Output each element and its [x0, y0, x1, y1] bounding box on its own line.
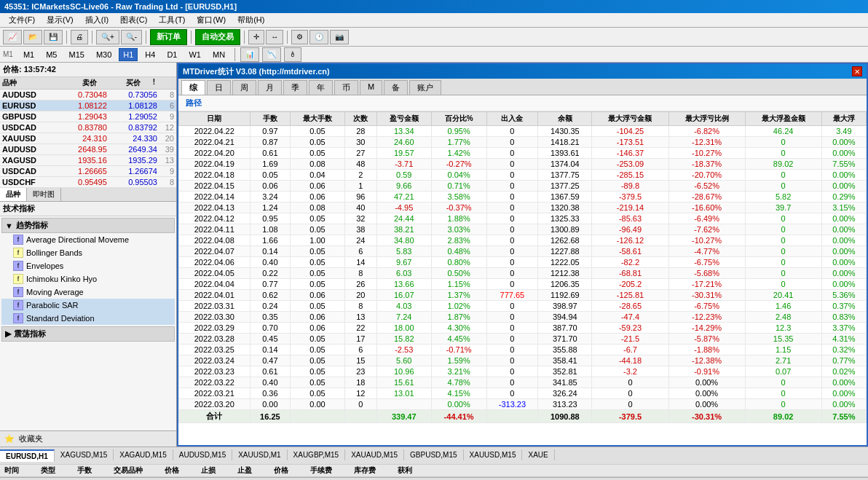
col-sl: 止损 — [201, 465, 216, 476]
open-btn[interactable]: 📂 — [23, 30, 42, 44]
watch-row[interactable]: AUDUSD 0.73048 0.73056 8 — [0, 90, 176, 101]
move-btn[interactable]: ↔ — [266, 30, 283, 44]
cell-pnl: 13.34 — [376, 126, 431, 137]
cell-balance: 1262.68 — [538, 235, 592, 246]
cell-maxlots — [291, 410, 345, 423]
popup-tab-week[interactable]: 周 — [232, 80, 256, 95]
zoom-in-btn[interactable]: 🔍+ — [96, 30, 119, 44]
popup-tab-backup[interactable]: 备 — [384, 80, 408, 95]
line-chart-btn[interactable]: 📊 — [240, 47, 259, 62]
cell-balance: 1418.21 — [538, 137, 592, 148]
auto-trade-btn[interactable]: 自动交易 — [195, 29, 240, 45]
tf-m30[interactable]: M30 — [92, 48, 116, 61]
cell-drawdown-pct: -12.31% — [668, 137, 745, 148]
popup-close-btn[interactable]: ✕ — [852, 66, 862, 76]
cell-lots: 0.14 — [250, 345, 291, 355]
data-table-wrapper[interactable]: 日期手数最大手数次数盈亏金额百分比%出入金余额最大浮亏金额最大浮亏比例最大浮盈金… — [178, 111, 867, 445]
cell-date: 2022.03.25 — [179, 345, 250, 355]
crosshair-btn[interactable]: ✛ — [248, 30, 264, 44]
settings-btn[interactable]: ⚙ — [291, 30, 308, 44]
watch-row[interactable]: USDCAD 0.83780 0.83792 12 — [0, 122, 176, 133]
watch-row[interactable]: GBPUSD 1.29043 1.29052 9 — [0, 111, 176, 122]
menu-file[interactable]: 文件(F) — [3, 13, 41, 27]
menu-tools[interactable]: 工具(T) — [153, 13, 191, 27]
ind-icon: f — [13, 261, 23, 271]
save-btn[interactable]: 💾 — [44, 30, 63, 44]
tf-m15[interactable]: M15 — [64, 48, 88, 61]
popup-tab-currency[interactable]: 币 — [334, 80, 358, 95]
nav-path[interactable]: 路径 — [183, 97, 205, 109]
cell-inout: 0 — [486, 301, 538, 312]
oscillator-expand-icon: ▶ — [5, 329, 11, 339]
tab-symbol[interactable]: 品种 — [0, 188, 27, 201]
chart-tab[interactable]: XAUAUD,M15 — [345, 449, 404, 460]
chart-tab[interactable]: XAGAUD,M15 — [114, 449, 173, 460]
indicator-item[interactable]: fEnvelopes — [1, 259, 175, 272]
indicator-item[interactable]: fParabolic SAR — [1, 299, 175, 312]
watch-row[interactable]: EURUSD 1.08122 1.08128 6 — [0, 101, 176, 111]
favorites-bar[interactable]: ⭐ 收藏夹 — [0, 430, 176, 446]
cell-pnl: 5.60 — [376, 355, 431, 366]
indicator-item[interactable]: fBollinger Bands — [1, 246, 175, 259]
bar-chart-btn[interactable]: 📉 — [262, 47, 281, 62]
menu-help[interactable]: 帮助(H) — [232, 13, 270, 27]
chart-tab[interactable]: XAUE — [522, 449, 554, 460]
cell-count: 13 — [344, 312, 376, 323]
chart-tab[interactable]: XAUGBP,M15 — [288, 449, 346, 460]
popup-tab-overall[interactable]: 综 — [181, 80, 205, 95]
chart-tab[interactable]: GBPUSD,M15 — [404, 449, 463, 460]
menu-window[interactable]: 窗口(W) — [191, 13, 232, 27]
zoom-out-btn[interactable]: 🔍- — [121, 30, 142, 44]
chart-tab[interactable]: XAUUSD,M1 — [232, 449, 287, 460]
tf-w1[interactable]: W1 — [184, 48, 205, 61]
cell-date: 合计 — [179, 410, 250, 423]
watch-row[interactable]: XAGUSD 1935.16 1935.29 13 — [0, 155, 176, 166]
watch-spread: 20 — [159, 133, 176, 144]
print-btn[interactable]: 🖨 — [71, 30, 88, 44]
popup-tab-m[interactable]: M — [360, 80, 382, 95]
indicator-item[interactable]: fStandard Deviation — [1, 312, 175, 325]
chart-tab[interactable]: EURUSD,H1 — [0, 449, 55, 462]
tf-mn[interactable]: MN — [208, 48, 229, 61]
oscillator-header[interactable]: ▶ 震荡指标 — [1, 326, 175, 342]
new-chart-btn[interactable]: 📈 — [3, 30, 22, 44]
watch-row[interactable]: USDCAD 1.26665 1.26674 9 — [0, 166, 176, 177]
col-header: 次数 — [344, 112, 376, 126]
chart-tab[interactable]: XAUUSD,M15 — [464, 449, 523, 460]
cell-drawdown-pct: 0.00% — [668, 399, 745, 410]
tf-m1[interactable]: M1 — [19, 48, 39, 61]
tf-h1[interactable]: H1 — [119, 48, 138, 61]
popup-tab-account[interactable]: 账户 — [409, 80, 441, 95]
popup-tab-year[interactable]: 年 — [309, 80, 333, 95]
cell-pnl: 13.01 — [376, 388, 431, 399]
tab-chart[interactable]: 即时图 — [27, 188, 61, 201]
cell-lots: 3.24 — [250, 192, 291, 202]
candlestick-btn[interactable]: 🕯 — [284, 47, 301, 62]
indicator-item[interactable]: fIchimoku Kinko Hyo — [1, 272, 175, 286]
cell-maxprofit: 0 — [745, 170, 821, 181]
indicator-item[interactable]: fMoving Average — [1, 286, 175, 299]
col-header: 最大浮 — [821, 112, 866, 126]
screenshot-btn[interactable]: 📷 — [330, 30, 349, 44]
indicator-item[interactable]: fAverage Directional Moveme — [1, 233, 175, 246]
new-order-btn[interactable]: 新订单 — [150, 29, 187, 45]
tf-d1[interactable]: D1 — [162, 48, 181, 61]
popup-tab-month[interactable]: 月 — [258, 80, 282, 95]
cell-count: 32 — [344, 213, 376, 224]
menu-insert[interactable]: 插入(I) — [79, 13, 114, 27]
chart-tab[interactable]: AUDUSD,M15 — [173, 449, 232, 460]
popup-tab-day[interactable]: 日 — [207, 80, 231, 95]
menu-view[interactable]: 显示(V) — [41, 13, 79, 27]
clock-btn[interactable]: 🕐 — [309, 30, 328, 44]
trend-header[interactable]: ▼ 趋势指标 — [1, 218, 175, 233]
watch-row[interactable]: XAUUSD 24.310 24.330 20 — [0, 133, 176, 144]
menu-chart[interactable]: 图表(C) — [114, 13, 153, 27]
tf-h4[interactable]: H4 — [141, 48, 159, 61]
cell-maxprofit-pct: 0.83% — [821, 312, 866, 323]
watch-row[interactable]: USDCHF 0.95495 0.95503 8 — [0, 177, 176, 188]
watch-row[interactable]: AUDUSD 2648.95 2649.34 39 — [0, 144, 176, 155]
chart-tab[interactable]: XAGUSD,M15 — [55, 449, 114, 460]
tf-m5[interactable]: M5 — [42, 48, 61, 61]
cell-maxprofit: 0 — [745, 279, 821, 290]
popup-tab-quarter[interactable]: 季 — [283, 80, 307, 95]
